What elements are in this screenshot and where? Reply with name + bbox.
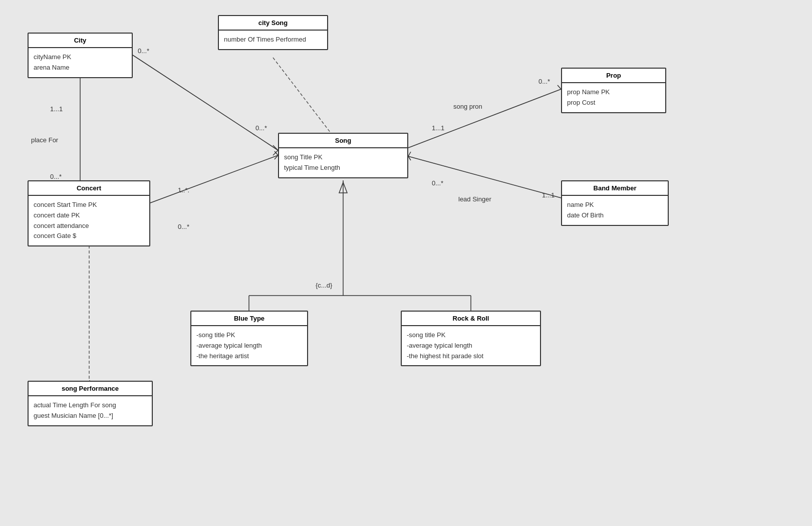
box-header-blue-type: Blue Type — [191, 312, 307, 326]
svg-line-12 — [408, 152, 411, 156]
label-city-mult1: 0...* — [138, 47, 149, 55]
attr-prop-2: prop Cost — [567, 98, 660, 108]
box-body-song-performance: actual Time Length For song guest Musici… — [29, 396, 152, 425]
attr-sp-1: actual Time Length For song — [34, 400, 147, 411]
box-body-prop: prop Name PK prop Cost — [562, 83, 665, 112]
label-inheritance: {c...d} — [316, 282, 332, 289]
attr-blue-3: -the heritage artist — [196, 351, 302, 362]
attr-concert-1: concert Start Time PK — [34, 200, 144, 210]
attr-band-1: name PK — [567, 200, 663, 210]
uml-box-rock-roll: Rock & Roll -song title PK -average typi… — [401, 311, 541, 366]
svg-marker-18 — [339, 182, 347, 193]
box-body-city-song: number Of Times Performed — [219, 31, 327, 49]
label-song-pron: song pron — [453, 103, 482, 110]
box-body-song: song Title PK typical Time Length — [279, 148, 407, 177]
label-song-mult1: 0...* — [255, 124, 267, 132]
svg-line-6 — [275, 151, 278, 155]
box-body-city: cityName PK arena Name — [29, 48, 132, 77]
uml-box-song-performance: song Performance actual Time Length For … — [28, 381, 153, 426]
label-concert-mult: 0...* — [50, 173, 62, 180]
uml-box-band-member: Band Member name PK date Of Birth — [561, 180, 669, 226]
box-body-band-member: name PK date Of Birth — [562, 196, 668, 225]
uml-box-blue-type: Blue Type -song title PK -average typica… — [190, 311, 308, 366]
svg-line-11 — [408, 156, 561, 198]
attr-city-1: cityName PK — [34, 52, 127, 63]
attr-city-song-1: number Of Times Performed — [224, 35, 322, 45]
label-city-1to1: 1...1 — [50, 105, 63, 113]
label-song-mult2: 1..*. — [178, 186, 189, 194]
attr-concert-3: concert attendance — [34, 221, 144, 231]
box-body-concert: concert Start Time PK concert date PK co… — [29, 196, 149, 245]
svg-line-3 — [273, 150, 278, 155]
box-header-song: Song — [279, 134, 407, 148]
attr-song-2: typical Time Length — [284, 163, 402, 173]
svg-line-1 — [133, 55, 278, 150]
box-header-city-song: city Song — [219, 16, 327, 31]
box-header-rock-roll: Rock & Roll — [402, 312, 540, 326]
attr-rock-3: -the highest hit parade slot — [407, 351, 535, 362]
attr-blue-2: -average typical length — [196, 341, 302, 351]
label-lead-singer: lead Singer — [458, 195, 491, 203]
attr-rock-1: -song title PK — [407, 330, 535, 341]
attr-prop-1: prop Name PK — [567, 87, 660, 98]
box-header-concert: Concert — [29, 181, 149, 196]
label-band-mult: 0...* — [432, 179, 443, 187]
svg-line-0 — [273, 58, 331, 133]
attr-city-2: arena Name — [34, 63, 127, 73]
attr-blue-1: -song title PK — [196, 330, 302, 341]
uml-box-prop: Prop prop Name PK prop Cost — [561, 68, 666, 113]
svg-line-7 — [275, 155, 278, 159]
attr-concert-2: concert date PK — [34, 210, 144, 221]
box-header-prop: Prop — [562, 69, 665, 83]
diagram-container: city Song number Of Times Performed City… — [0, 0, 812, 526]
attr-concert-4: concert Gate $ — [34, 231, 144, 241]
box-body-blue-type: -song title PK -average typical length -… — [191, 326, 307, 365]
label-place-for: place For — [31, 136, 58, 144]
label-concert-mult2: 0...* — [178, 223, 189, 230]
box-header-city: City — [29, 34, 132, 48]
svg-line-8 — [408, 89, 561, 148]
uml-box-concert: Concert concert Start Time PK concert da… — [28, 180, 150, 246]
attr-rock-2: -average typical length — [407, 341, 535, 351]
svg-line-5 — [150, 155, 278, 203]
box-body-rock-roll: -song title PK -average typical length -… — [402, 326, 540, 365]
box-header-band-member: Band Member — [562, 181, 668, 196]
svg-line-10 — [558, 85, 561, 89]
attr-sp-2: guest Musician Name [0...*] — [34, 411, 147, 421]
attr-song-1: song Title PK — [284, 152, 402, 163]
svg-line-13 — [408, 156, 411, 160]
uml-box-song: Song song Title PK typical Time Length — [278, 133, 408, 178]
label-band-1to1: 1...1 — [542, 191, 555, 199]
label-song-1to1: 1...1 — [432, 124, 444, 132]
uml-box-city-song: city Song number Of Times Performed — [218, 15, 328, 50]
label-prop-mult: 0...* — [538, 78, 550, 85]
box-header-song-performance: song Performance — [29, 382, 152, 396]
uml-box-city: City cityName PK arena Name — [28, 33, 133, 78]
connectors-svg — [0, 0, 812, 526]
attr-band-2: date Of Birth — [567, 210, 663, 221]
svg-line-2 — [273, 145, 278, 150]
